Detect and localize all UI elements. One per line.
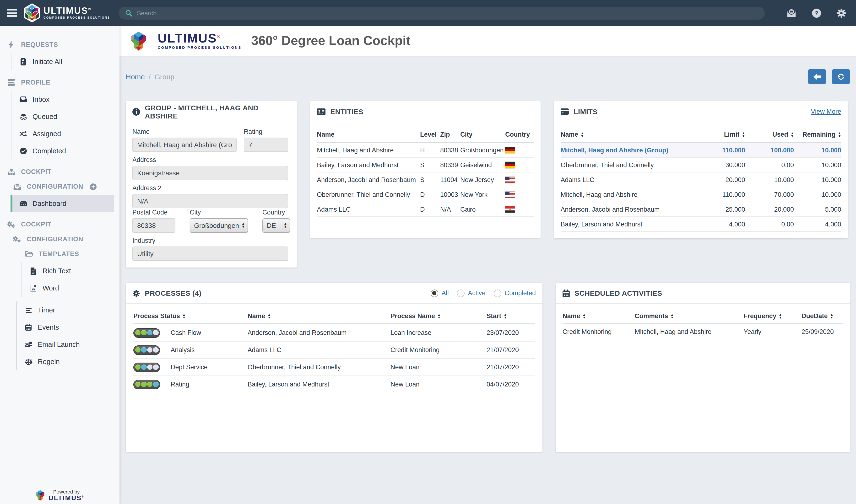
balance-scale-icon [24,359,33,365]
process-status-lights [133,345,160,355]
sortable-column-header[interactable]: Frequency▲▼ [744,309,802,324]
view-more-link[interactable]: View More [811,108,841,115]
sidebar-item-initiate-all[interactable]: Initiate All [12,53,120,70]
sidebar-section-configuration[interactable]: CONFIGURATION [0,179,120,194]
sidebar-item-events[interactable]: Events [17,319,120,336]
filter-completed-radio[interactable]: Completed [494,289,536,297]
sidebar-item-queued[interactable]: Queued [12,108,120,125]
limits-panel: LIMITS View More Name▲▼ Limit▲▼ Used▲▼ [554,101,848,238]
sortable-column-header[interactable]: DueDate▲▼ [802,309,843,324]
postal-code-label: Postal Code [132,209,175,216]
messages-icon[interactable] [786,8,797,18]
global-search[interactable] [119,6,765,19]
sort-icon: ▲▼ [838,132,841,137]
process-filter-radios: All Active Completed [431,289,536,297]
sidebar-item-rich-text[interactable]: Rich Text [21,262,120,280]
filter-active-radio[interactable]: Active [457,289,486,297]
sidebar-section-cockpit-2[interactable]: COCKPIT [0,217,120,232]
traffic-light-icon [19,58,27,65]
group-address-field[interactable] [132,166,288,180]
table-row-selected[interactable]: Mitchell, Haag and Abshire (Group)110.00… [560,142,841,157]
sortable-column-header[interactable]: Remaining▲▼ [794,128,841,142]
sidebar-item-completed[interactable]: Completed [12,142,120,160]
sidebar-item-dashboard[interactable]: Dashboard [11,195,114,212]
shuffle-icon [19,131,27,137]
sortable-column-header[interactable]: Comments▲▼ [635,309,744,324]
table-row[interactable]: Dept Service Oberbrunner, Thiel and Conn… [133,359,535,376]
sortable-column-header[interactable]: Start▲▼ [486,309,535,324]
gears-icon [13,236,21,242]
radio-icon [431,289,438,297]
country-label: Country [262,209,290,216]
table-row[interactable]: Bailey, Larson and MedhurstS80339Geiselw… [317,157,534,172]
search-input[interactable] [137,9,758,17]
sortable-column-header[interactable]: Name▲▼ [560,128,704,142]
process-status-lights [133,362,160,372]
footer-brand: ULTIMUS® [49,494,84,501]
sidebar-item-inbox[interactable]: Inbox [12,91,120,108]
group-city-select[interactable]: Großbodungen ▲▼ [190,218,248,233]
sidebar-section-cockpit[interactable]: COCKPIT [0,164,120,179]
table-row[interactable]: Anderson, Jacobi and RosenbaumS11004New … [317,172,534,187]
sortable-column-header[interactable]: Limit▲▼ [704,128,745,142]
table-row[interactable]: Rating Bailey, Larson and MedhurstNew Lo… [133,376,535,393]
sidebar-item-email-launch[interactable]: Email Launch [17,336,120,353]
table-row[interactable]: Analysis Adams LLCCredit Monitoring21/07… [133,341,535,359]
powered-by-footer: Powered by ULTIMUS® [0,486,120,504]
topbar-brand-logo[interactable]: ULTIMUS® COMPOSED PROCESS SOLUTIONS [24,3,110,22]
address-label: Address [132,156,290,163]
svg-text:w: w [32,287,35,291]
sort-icon: ▲▼ [437,313,441,319]
sidebar-item-regeln[interactable]: Regeln [17,353,120,370]
sidebar-item-assigned[interactable]: Assigned [12,125,120,142]
group-form: Name Rating Address Address 2 [126,122,297,268]
group-industry-field[interactable] [132,247,288,261]
country-flag-icon [505,192,515,198]
group-country-select[interactable]: DE ▲▼ [262,218,290,233]
sidebar: REQUESTS Initiate All PROFILE Inbox [0,26,120,504]
breadcrumb-current: Group [154,72,174,80]
table-row[interactable]: Cash Flow Anderson, Jacobi and Rosenbaum… [133,324,535,341]
hamburger-menu-icon[interactable] [7,9,17,17]
table-row[interactable]: Mitchell, Haag and AbshireH80338Großbodu… [317,142,534,157]
sidebar-section-configuration-2[interactable]: CONFIGURATION [0,232,120,247]
column-header: Name [317,128,420,142]
app-window: ULTIMUS® COMPOSED PROCESS SOLUTIONS ? [0,0,856,504]
sidebar-item-timer[interactable]: Timer [17,302,120,319]
table-row[interactable]: Oberbrunner, Thiel and ConnellyD10003New… [317,187,534,202]
group-address2-field[interactable] [132,194,288,208]
sortable-column-header[interactable]: Name▲▼ [563,309,635,324]
country-flag-icon [505,206,515,213]
table-row[interactable]: Adams LLC20.00010.00010.000 [560,172,841,187]
country-flag-icon [505,147,515,154]
sortable-column-header[interactable]: Used▲▼ [745,128,794,142]
group-name-field[interactable] [132,138,236,152]
sort-icon: ▲▼ [671,313,674,319]
table-row[interactable]: Bailey, Larson and Medhurst4.0000.004.00… [560,217,841,232]
sidebar-item-word[interactable]: w Word [21,280,120,297]
sidebar-section-templates[interactable]: TEMPLATES [0,247,120,261]
sortable-column-header[interactable]: Process Name▲▼ [391,309,486,324]
sidebar-section-requests[interactable]: REQUESTS [0,37,120,52]
table-row[interactable]: Credit Monitoring Mitchell, Haag and Abs… [563,324,843,339]
table-row[interactable]: Adams LLCDN/ACairo [317,202,534,217]
brand-name: ULTIMUS® [43,6,110,16]
refresh-button[interactable] [832,69,850,84]
help-icon[interactable]: ? [811,8,822,18]
back-button[interactable] [808,69,826,84]
sidebar-section-profile[interactable]: PROFILE [0,75,120,90]
group-rating-field[interactable] [244,138,288,152]
sort-icon: ▲▼ [779,313,782,319]
filter-all-radio[interactable]: All [431,289,449,297]
table-row[interactable]: Mitchell, Haag and Abshire110.00070.0001… [560,187,841,202]
sortable-column-header[interactable]: Process Status▲▼ [133,309,248,324]
sortable-column-header[interactable]: Name▲▼ [248,309,391,324]
breadcrumb-home-link[interactable]: Home [126,72,145,80]
group-postal-code-field[interactable] [132,218,175,233]
add-configuration-icon[interactable] [90,183,96,190]
city-label: City [190,209,248,216]
sort-icon: ▲▼ [742,132,745,137]
settings-gear-icon[interactable] [836,8,846,18]
table-row[interactable]: Anderson, Jacobi and Rosenbaum25.00020.0… [560,202,841,217]
table-row[interactable]: Oberbrunner, Thiel and Connelly30.0000.0… [560,157,841,172]
